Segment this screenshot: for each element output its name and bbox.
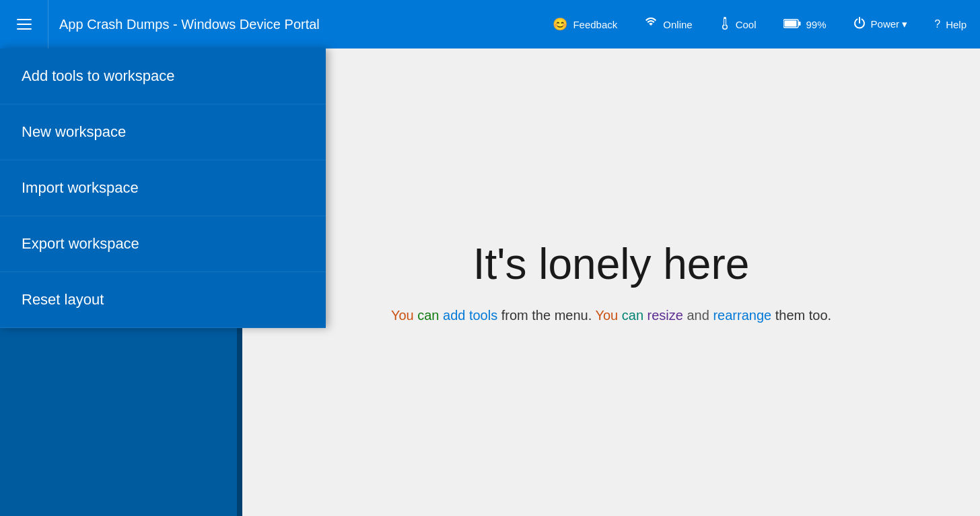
power-icon <box>853 17 866 32</box>
power-button[interactable]: Power ▾ <box>840 0 921 49</box>
svg-point-3 <box>723 25 726 28</box>
dropdown-new-workspace-label: New workspace <box>22 123 126 141</box>
hamburger-icon <box>17 19 32 30</box>
cool-label: Cool <box>736 19 757 30</box>
main-content: It's lonely here You can add tools from … <box>242 49 980 516</box>
feedback-button[interactable]: 😊 Feedback <box>539 0 631 49</box>
subtitle-word-10: them too. <box>775 308 831 323</box>
subtitle-word-6: can <box>622 308 648 323</box>
dropdown-menu: Add tools to workspace New workspace Imp… <box>0 49 326 328</box>
subtitle-word-8: and <box>687 308 713 323</box>
svg-rect-6 <box>784 20 796 26</box>
subtitle-word-7: resize <box>648 308 687 323</box>
dropdown-add-tools-label: Add tools to workspace <box>22 67 174 85</box>
battery-button[interactable]: 99% <box>770 0 840 49</box>
feedback-label: Feedback <box>573 19 617 30</box>
battery-icon <box>783 18 801 32</box>
help-label: Help <box>946 19 967 30</box>
subtitle-word-5: You <box>595 308 621 323</box>
lonely-subtitle: You can add tools from the menu. You can… <box>391 305 831 325</box>
subtitle-word-1: You <box>391 308 417 323</box>
dropdown-export-workspace[interactable]: Export workspace <box>0 216 326 272</box>
dropdown-import-workspace-label: Import workspace <box>22 179 139 197</box>
page-title: App Crash Dumps - Windows Device Portal <box>48 17 539 32</box>
thermometer-icon <box>720 16 730 33</box>
help-button[interactable]: ? Help <box>921 0 980 49</box>
hamburger-button[interactable] <box>0 0 48 49</box>
lonely-title: It's lonely here <box>473 239 750 289</box>
header: App Crash Dumps - Windows Device Portal … <box>0 0 980 49</box>
battery-label: 99% <box>806 19 827 30</box>
help-icon: ? <box>934 18 940 30</box>
dropdown-export-workspace-label: Export workspace <box>22 235 139 253</box>
dropdown-import-workspace[interactable]: Import workspace <box>0 160 326 216</box>
temperature-button[interactable]: Cool <box>706 0 770 49</box>
svg-rect-2 <box>724 19 726 25</box>
dropdown-reset-layout[interactable]: Reset layout <box>0 272 326 328</box>
online-icon <box>644 16 658 33</box>
subtitle-word-3: add tools <box>443 308 501 323</box>
dropdown-new-workspace[interactable]: New workspace <box>0 104 326 160</box>
feedback-icon: 😊 <box>553 17 567 32</box>
svg-rect-5 <box>798 22 800 26</box>
subtitle-word-2: can <box>417 308 443 323</box>
power-label: Power ▾ <box>871 18 908 30</box>
online-label: Online <box>663 19 692 30</box>
dropdown-add-tools[interactable]: Add tools to workspace <box>0 49 326 104</box>
dropdown-reset-layout-label: Reset layout <box>22 291 104 309</box>
subtitle-word-9: rearrange <box>713 308 775 323</box>
subtitle-word-4: from the menu. <box>501 308 596 323</box>
header-actions: 😊 Feedback Online Co <box>539 0 980 49</box>
online-button[interactable]: Online <box>631 0 705 49</box>
